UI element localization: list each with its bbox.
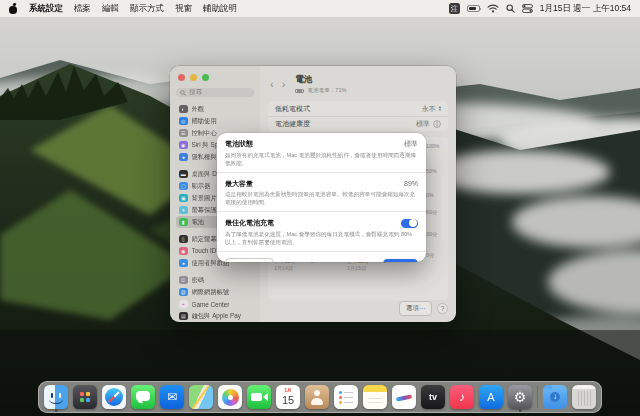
dock-app-icon[interactable]: 1月 15 bbox=[276, 385, 300, 409]
dock-item bbox=[334, 385, 358, 409]
dock-item: 1月 15 bbox=[276, 385, 300, 409]
dock-item bbox=[131, 385, 155, 409]
sidebar-item-icon: ☰ bbox=[179, 129, 188, 138]
minimize-button[interactable] bbox=[190, 74, 197, 81]
help-button[interactable]: ? bbox=[437, 303, 448, 314]
sidebar-item[interactable]: ◎ 輔助使用 bbox=[176, 115, 254, 127]
sidebar-item[interactable]: ◐ 外觀 bbox=[176, 103, 254, 115]
search-input[interactable]: 搜尋 bbox=[176, 88, 254, 97]
dock-app-icon[interactable] bbox=[102, 385, 126, 409]
dock-app-icon[interactable]: tv bbox=[421, 385, 445, 409]
sidebar-item[interactable]: ▤ 錢包與 Apple Pay bbox=[176, 310, 254, 322]
dock-app-icon[interactable] bbox=[363, 385, 387, 409]
search-placeholder: 搜尋 bbox=[189, 88, 202, 97]
zoom-button[interactable] bbox=[202, 74, 209, 81]
dock-item bbox=[73, 385, 97, 409]
dock-item bbox=[305, 385, 329, 409]
sidebar-item[interactable]: ◓ Game Center bbox=[176, 298, 254, 310]
menu-item[interactable]: 編輯 bbox=[102, 3, 119, 15]
sidebar-item-icon: ▤ bbox=[179, 312, 188, 321]
optimized-charging-toggle[interactable] bbox=[401, 219, 418, 229]
battery-level-icon bbox=[295, 89, 304, 94]
info-icon[interactable] bbox=[433, 120, 441, 128]
sidebar-item-label: 電池 bbox=[192, 218, 205, 227]
back-icon[interactable]: ‹ bbox=[268, 79, 276, 90]
dock-app-icon[interactable] bbox=[131, 385, 155, 409]
menu-bar-clock[interactable]: 1月15日 週一 上午10:54 bbox=[540, 3, 631, 15]
desktop: 系統設定 檔案 編輯 顯示方式 視窗 輔助說明 注 bbox=[0, 0, 640, 416]
close-button[interactable] bbox=[178, 74, 185, 81]
dock-item: A bbox=[479, 385, 503, 409]
menu-item[interactable]: 輔助說明 bbox=[203, 3, 237, 15]
apple-menu-icon[interactable] bbox=[9, 4, 18, 14]
options-button[interactable]: 選項⋯ bbox=[399, 301, 432, 316]
settings-group: 低耗電模式 永不 ▴▾ 電池健康度 標準 bbox=[268, 101, 448, 131]
low-power-mode-select[interactable]: 永不 ▴▾ bbox=[422, 104, 441, 114]
dock-item bbox=[102, 385, 126, 409]
dock-app-icon[interactable] bbox=[218, 385, 242, 409]
dock-app-icon[interactable] bbox=[189, 385, 213, 409]
sidebar-item-icon: ▬ bbox=[179, 170, 188, 179]
menu-item[interactable]: 顯示方式 bbox=[130, 3, 164, 15]
dock-app-icon[interactable] bbox=[44, 385, 68, 409]
done-button[interactable]: 完成 bbox=[383, 259, 418, 262]
battery-health-dialog: 電池狀態 標準 如同所有的充電式電池，Mac 電池屬於消耗性組件，會隨著使用時間… bbox=[217, 133, 426, 262]
sidebar-item[interactable]: ⚿ 密碼 bbox=[176, 274, 254, 286]
menu-item[interactable]: 系統設定 bbox=[29, 3, 63, 15]
window-controls bbox=[178, 74, 254, 81]
dock-app-icon[interactable] bbox=[305, 385, 329, 409]
maximum-capacity-section: 最大容量 89% 這是相較於電池為全新狀態時測量的電池容量。較低的容量可能會縮短… bbox=[217, 172, 426, 212]
dock-app-icon[interactable] bbox=[572, 385, 596, 409]
dock-item: ⚙ bbox=[508, 385, 532, 409]
search-icon[interactable] bbox=[506, 4, 515, 13]
dock-app-icon[interactable]: A bbox=[479, 385, 503, 409]
sidebar-item-icon: ▣ bbox=[179, 194, 188, 203]
dock-app-icon[interactable] bbox=[334, 385, 358, 409]
axis-tick-label: 0% bbox=[426, 192, 446, 198]
section-description: 如同所有的充電式電池，Mac 電池屬於消耗性組件，會隨著使用時間而逐漸降低效能。 bbox=[225, 151, 418, 167]
dock-app-icon[interactable] bbox=[392, 385, 416, 409]
level-axis-labels: 100%50%0% bbox=[426, 143, 446, 198]
dock-item bbox=[218, 385, 242, 409]
dock-app-icon[interactable]: ⚙ bbox=[508, 385, 532, 409]
sidebar-item-icon: ⚿ bbox=[179, 276, 188, 285]
dock-item: ✉ bbox=[160, 385, 184, 409]
sidebar-item-icon: ▮ bbox=[179, 218, 188, 227]
dock-item bbox=[572, 385, 596, 409]
wifi-icon[interactable] bbox=[487, 4, 499, 13]
dock-item bbox=[44, 385, 68, 409]
low-power-mode-row: 低耗電模式 永不 ▴▾ bbox=[268, 101, 448, 116]
axis-tick-label: 60分 bbox=[426, 209, 446, 216]
sidebar-item-icon: ✶ bbox=[179, 206, 188, 215]
menu-item[interactable]: 檔案 bbox=[74, 3, 91, 15]
dock-app-icon[interactable] bbox=[73, 385, 97, 409]
running-indicator-dot bbox=[519, 409, 522, 412]
sidebar-item-label: 控制中心 bbox=[192, 129, 217, 138]
dock-app-icon[interactable] bbox=[537, 386, 538, 408]
forward-icon[interactable]: › bbox=[280, 79, 288, 90]
dock: ✉ bbox=[38, 381, 602, 413]
chevron-up-down-icon: ▴▾ bbox=[439, 106, 441, 111]
sidebar-item-label: 輔助使用 bbox=[192, 117, 217, 126]
sidebar-item[interactable]: @ 網際網路帳號 bbox=[176, 286, 254, 298]
more-info-button[interactable]: 更多內容⋯ bbox=[225, 258, 274, 262]
sidebar-item-label: 外觀 bbox=[192, 105, 205, 114]
menu-item[interactable]: 視窗 bbox=[175, 3, 192, 15]
page-title: 電池 bbox=[295, 74, 346, 86]
sidebar-item-label: 顯示器 bbox=[192, 182, 211, 191]
dock-app-icon[interactable]: ♪ bbox=[450, 385, 474, 409]
dialog-footer: 更多內容⋯ 完成 bbox=[217, 251, 426, 262]
section-title: 最佳化電池充電 bbox=[225, 218, 274, 228]
dock-app-icon[interactable] bbox=[247, 385, 271, 409]
menu-bar: 系統設定 檔案 編輯 顯示方式 視窗 輔助說明 注 bbox=[0, 0, 640, 17]
control-center-icon[interactable] bbox=[522, 4, 533, 13]
sidebar-item-icon: ◐ bbox=[179, 105, 188, 114]
dock-app-icon[interactable]: ✉ bbox=[160, 385, 184, 409]
dock-item bbox=[247, 385, 271, 409]
battery-status-icon[interactable] bbox=[467, 5, 480, 12]
section-title: 最大容量 bbox=[225, 179, 253, 189]
sidebar-item-label: 錢包與 Apple Pay bbox=[192, 312, 241, 321]
sidebar-item-label: 密碼 bbox=[192, 276, 205, 285]
dock-app-icon[interactable]: ↓ bbox=[543, 385, 567, 409]
input-source-icon[interactable]: 注 bbox=[449, 3, 460, 14]
